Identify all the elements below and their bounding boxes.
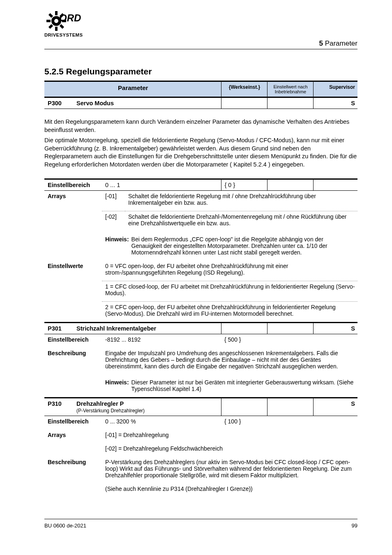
p301-note: Hinweis: Dieser Parameter ist nur bei Ge… [105,379,355,392]
p300-supervisor: S [313,98,357,109]
p300-values: Einstellwerte 0 = VFC open-loop, der FU … [44,261,357,322]
col-supervisor: Supervisor [313,82,357,97]
param-p301-head: P301 Strichzahl Inkrementalgeber S [44,323,357,334]
page-header: 5 Parameter [44,39,357,49]
p310-title: Drehzahlregler P [76,400,124,407]
param-p300-head2: Einstellbereich 0 ... 1 { 0 } [44,180,357,190]
param-p310-head: P310 Drehzahlregler P (P-Verstärkung Dre… [44,398,357,416]
svg-rect-4 [46,20,51,22]
p300-title: Servo Modus [73,98,221,109]
brand-logo: ORD DRIVESYSTEMS [44,11,357,38]
param-p300-head: P300 Servo Modus S [44,98,357,109]
column-header-strip: Parameter {Werkseinst.} Einstellwert nac… [44,82,357,97]
p310-code: P310 [44,398,73,416]
col-default: {Werkseinst.} [221,82,267,97]
p300-arrays: Arrays [-01] Schaltet die feldorientiert… [44,191,357,261]
footer-doc-id: BU 0600 de-2021 [44,523,86,529]
footer-page-num: 99 [352,523,357,529]
p301-body: Einstellbereich -8192 ... 8192 { 500 } B… [44,334,357,397]
p310-subtitle: (P-Verstärkung Drehzahlregler) [76,408,145,414]
intro-p2: Die optimale Motorregelung, speziell die… [44,136,357,169]
svg-rect-2 [55,11,58,15]
col-parameter: Parameter [44,82,221,97]
p310-body: Einstellbereich 0 ... 3200 % { 100 } Arr… [44,416,357,497]
page-footer: BU 0600 de-2021 99 [44,519,357,529]
section-heading: 5.2.5 Regelungsparameter [44,67,357,76]
svg-rect-9 [60,24,64,29]
svg-text:DRIVESYSTEMS: DRIVESYSTEMS [44,32,83,37]
p300-note: Hinweis: Bei dem Reglermodus „CFC open-l… [105,236,355,256]
p310-see-also: (Siehe auch Kennlinie zu P314 (Drehzahlr… [102,483,357,497]
p301-code: P301 [44,323,73,334]
svg-point-1 [54,19,58,23]
svg-rect-8 [48,13,53,18]
p301-title: Strichzahl Inkrementalgeber [73,323,221,334]
header-section-title: Parameter [325,39,357,47]
p300-code: P300 [44,98,73,109]
intro-p1: Mit den Regelungsparametern kann durch V… [44,118,357,134]
col-after-comm: Einstellwert nach Inbetriebnahme [267,82,313,97]
svg-text:ORD: ORD [59,12,81,23]
svg-rect-3 [55,27,58,31]
header-section-num: 5 [319,39,323,47]
svg-rect-7 [48,24,53,29]
